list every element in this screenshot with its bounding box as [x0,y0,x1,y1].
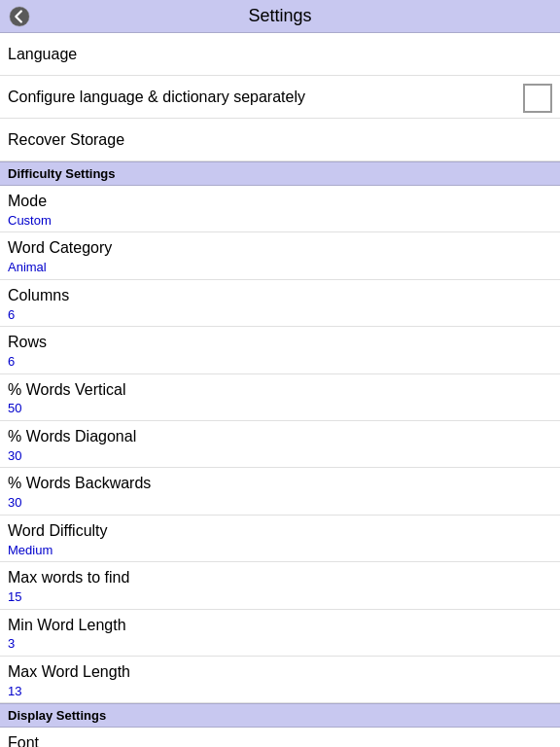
display-section-header: Display Settings [0,703,560,728]
recover-storage-label: Recover Storage [8,130,552,151]
max-word-length-label: Max Word Length [8,662,552,683]
columns-label: Columns [8,286,552,306]
configure-language-label: Configure language & dictionary separate… [8,88,523,108]
word-category-label: Word Category [8,238,552,259]
columns-row[interactable]: Columns 6 [0,280,560,327]
words-backwards-label: % Words Backwards [8,474,552,494]
words-diagonal-label: % Words Diagonal [8,427,552,447]
rows-row[interactable]: Rows 6 [0,327,560,374]
words-vertical-label: % Words Vertical [8,380,552,401]
page-title: Settings [248,6,311,26]
words-diagonal-value: 30 [8,448,552,464]
svg-point-0 [10,6,29,25]
min-word-length-value: 3 [8,636,552,652]
language-label: Language [8,45,552,65]
max-word-length-value: 13 [8,684,552,699]
top-settings-section: Language Configure language & dictionary… [0,33,560,161]
word-difficulty-value: Medium [8,543,552,558]
display-settings-section: Font Default Word Font Size Do not confi… [0,728,560,747]
language-row[interactable]: Language [0,33,560,76]
words-vertical-row[interactable]: % Words Vertical 50 [0,374,560,421]
columns-value: 6 [8,307,552,323]
font-label: Font [8,733,552,747]
font-row[interactable]: Font Default [0,728,560,747]
mode-value: Custom [8,213,552,229]
rows-label: Rows [8,333,552,353]
difficulty-settings-section: Mode Custom Word Category Animal Columns… [0,186,560,703]
configure-language-checkbox[interactable] [523,84,552,113]
settings-header: Settings [0,0,560,33]
word-category-value: Animal [8,260,552,275]
max-words-label: Max words to find [8,568,552,588]
words-backwards-value: 30 [8,495,552,511]
back-arrow-icon [9,6,30,27]
min-word-length-row[interactable]: Min Word Length 3 [0,610,560,657]
max-word-length-row[interactable]: Max Word Length 13 [0,657,560,703]
configure-language-row[interactable]: Configure language & dictionary separate… [0,76,560,119]
min-word-length-label: Min Word Length [8,616,552,636]
words-vertical-value: 50 [8,401,552,416]
recover-storage-row[interactable]: Recover Storage [0,119,560,161]
difficulty-section-header: Difficulty Settings [0,161,560,186]
word-difficulty-row[interactable]: Word Difficulty Medium [0,516,560,562]
mode-label: Mode [8,192,552,212]
words-backwards-row[interactable]: % Words Backwards 30 [0,468,560,515]
word-category-row[interactable]: Word Category Animal [0,232,560,279]
rows-value: 6 [8,354,552,370]
back-button[interactable] [8,5,31,28]
words-diagonal-row[interactable]: % Words Diagonal 30 [0,421,560,468]
max-words-row[interactable]: Max words to find 15 [0,562,560,609]
word-difficulty-label: Word Difficulty [8,521,552,542]
max-words-value: 15 [8,589,552,605]
mode-row[interactable]: Mode Custom [0,186,560,232]
